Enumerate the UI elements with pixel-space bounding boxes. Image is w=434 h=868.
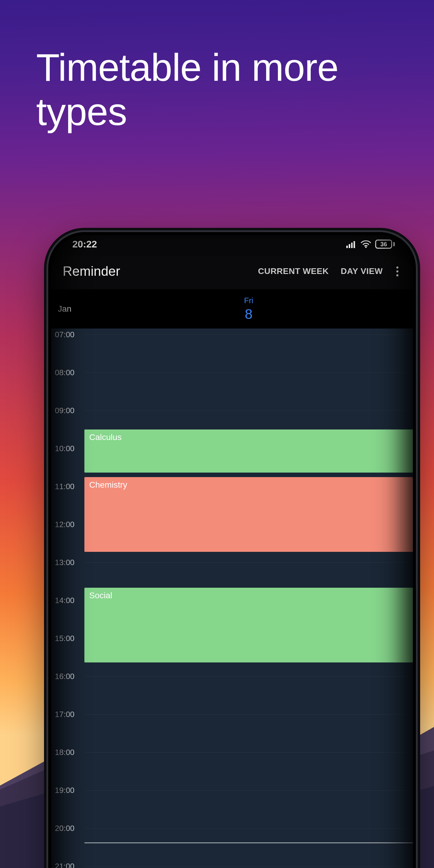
hour-label: 19:00: [55, 786, 74, 795]
hour-gutter: 07:0008:0009:0010:0011:0012:0013:0014:00…: [51, 329, 84, 868]
hour-label: 08:00: [55, 368, 74, 377]
day-header[interactable]: Jan Fri 8: [51, 289, 413, 329]
day-of-week: Fri: [244, 296, 253, 305]
hour-label: 07:00: [55, 330, 74, 339]
phone-screen: 20:22 36: [51, 235, 413, 868]
signal-icon: [346, 240, 356, 248]
hour-label: 17:00: [55, 710, 74, 719]
svg-rect-0: [346, 246, 348, 248]
svg-rect-2: [351, 243, 352, 248]
status-time: 20:22: [72, 239, 97, 250]
hour-label: 13:00: [55, 558, 74, 567]
hour-label: 21:00: [55, 862, 74, 868]
hour-label: 16:00: [55, 672, 74, 681]
battery-percent: 36: [380, 241, 387, 248]
hour-label: 12:00: [55, 520, 74, 529]
hour-label: 20:00: [55, 824, 74, 833]
marketing-headline: Timetable in more types: [36, 45, 416, 134]
svg-rect-3: [353, 241, 355, 248]
phone-frame: 20:22 36: [48, 232, 416, 868]
current-week-button[interactable]: CURRENT WEEK: [252, 263, 335, 280]
timeline-grid: CalculusChemistrySocial: [84, 329, 413, 868]
svg-point-4: [365, 247, 367, 248]
month-label: Jan: [51, 289, 84, 329]
event-block[interactable]: Social: [84, 588, 413, 662]
timeline[interactable]: 07:0008:0009:0010:0011:0012:0013:0014:00…: [51, 329, 413, 868]
event-block[interactable]: Chemistry: [84, 477, 413, 552]
event-title: Chemistry: [89, 480, 127, 490]
app-title: Reminder: [63, 264, 120, 279]
event-title: Calculus: [89, 433, 121, 442]
hour-label: 09:00: [55, 406, 74, 415]
hour-label: 11:00: [55, 482, 74, 491]
svg-rect-1: [349, 244, 350, 248]
battery-indicator: 36: [375, 240, 395, 249]
day-number: 8: [245, 306, 253, 322]
hour-label: 18:00: [55, 748, 74, 757]
event-title: Social: [89, 591, 112, 600]
hour-label: 14:00: [55, 596, 74, 605]
hour-label: 15:00: [55, 634, 74, 643]
event-block[interactable]: Calculus: [84, 430, 413, 472]
wifi-icon: [361, 240, 371, 248]
day-view-button[interactable]: DAY VIEW: [335, 263, 389, 280]
hour-label: 10:00: [55, 444, 74, 453]
status-bar: 20:22 36: [51, 235, 413, 253]
more-menu-button[interactable]: [391, 265, 404, 278]
app-bar: Reminder CURRENT WEEK DAY VIEW: [51, 253, 413, 289]
now-indicator: [84, 842, 413, 843]
